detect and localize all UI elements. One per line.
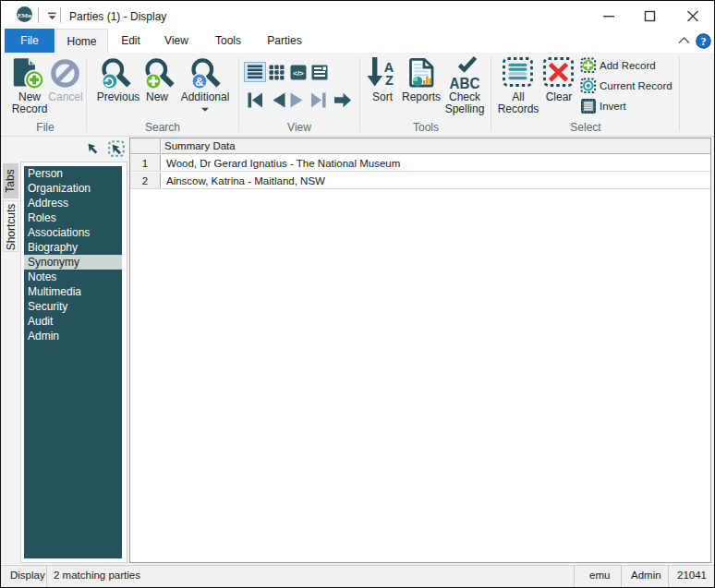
svg-text:&: & <box>195 75 203 89</box>
svg-text:ABC: ABC <box>450 75 480 89</box>
svg-text:</>: </> <box>293 69 304 78</box>
svg-text:EMu: EMu <box>18 12 31 19</box>
svg-text:?: ? <box>701 35 707 48</box>
svg-text:Z: Z <box>385 73 394 88</box>
